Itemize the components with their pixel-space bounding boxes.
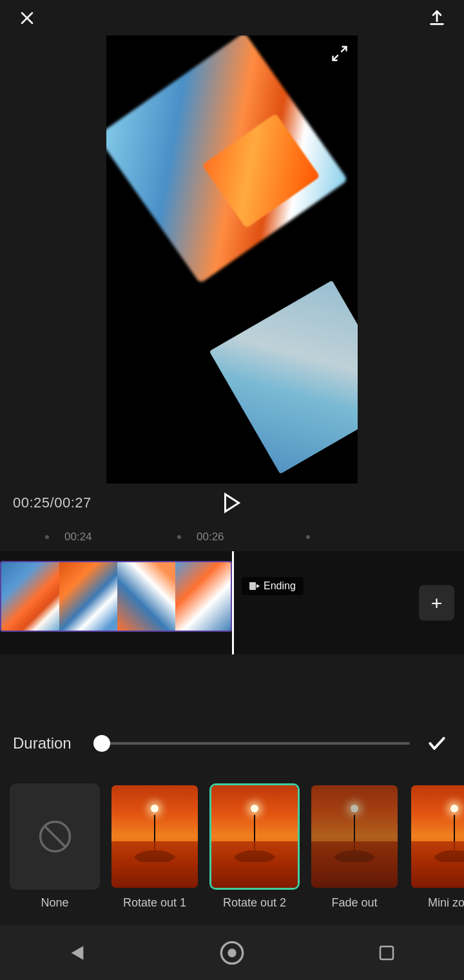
duration-label: Duration bbox=[13, 734, 84, 752]
svg-point-13 bbox=[227, 948, 236, 957]
scrubber-time-1: 00:24 bbox=[64, 531, 92, 544]
video-canvas bbox=[106, 35, 358, 484]
clip-art-1 bbox=[1, 562, 59, 631]
svg-rect-14 bbox=[380, 946, 393, 959]
duration-section: Duration bbox=[0, 719, 464, 767]
add-icon: + bbox=[431, 592, 443, 614]
water-bg-3 bbox=[311, 841, 398, 888]
water-bg-2 bbox=[211, 841, 298, 888]
svg-line-10 bbox=[44, 826, 65, 847]
effect-fade-out-thumb bbox=[309, 783, 400, 890]
home-nav-button[interactable] bbox=[215, 935, 250, 970]
close-button[interactable] bbox=[13, 4, 41, 32]
svg-line-4 bbox=[341, 47, 346, 52]
clip-art-2 bbox=[59, 562, 117, 631]
effect-none-label: None bbox=[41, 896, 68, 910]
clip-art-4 bbox=[175, 562, 232, 631]
clip-strip[interactable] bbox=[0, 561, 232, 632]
clip-frame-2 bbox=[59, 562, 117, 631]
water-bg bbox=[111, 841, 198, 888]
clip-art-3 bbox=[117, 562, 175, 631]
svg-line-5 bbox=[333, 55, 338, 60]
bottom-nav bbox=[0, 925, 464, 980]
svg-marker-8 bbox=[256, 584, 260, 588]
duration-slider[interactable] bbox=[97, 742, 410, 745]
video-preview bbox=[106, 35, 358, 484]
effect-rotate-out-1-label: Rotate out 1 bbox=[123, 896, 186, 910]
scrubber-time-2: 00:26 bbox=[197, 531, 224, 544]
effect-mini-zoom-thumb bbox=[409, 783, 464, 890]
svg-marker-6 bbox=[226, 495, 239, 512]
back-nav-button[interactable] bbox=[60, 935, 95, 970]
effect-rotate-out-1[interactable]: Rotate out 1 bbox=[110, 783, 200, 910]
water-bg-4 bbox=[411, 841, 464, 888]
sun-icon-3 bbox=[351, 805, 358, 812]
effects-strip: None Rotate out 1 Rotate out 2 bbox=[0, 767, 464, 925]
scrubber-dot-2 bbox=[177, 535, 181, 539]
effect-fade-out-label: Fade out bbox=[331, 896, 377, 910]
scrubber-dot-1 bbox=[45, 535, 49, 539]
slider-thumb[interactable] bbox=[93, 735, 110, 752]
add-clip-button[interactable]: + bbox=[419, 585, 454, 621]
effect-mini-zoom-label: Mini zoom bbox=[428, 896, 464, 910]
effect-rotate-out-2-label: Rotate out 2 bbox=[223, 896, 286, 910]
playhead bbox=[232, 551, 234, 654]
effect-none-thumb bbox=[10, 783, 100, 890]
effect-fade-out[interactable]: Fade out bbox=[309, 783, 400, 910]
export-button[interactable] bbox=[423, 4, 451, 32]
ending-label: Ending bbox=[264, 580, 296, 592]
play-button[interactable] bbox=[216, 487, 248, 519]
clip-area: Ending + bbox=[0, 551, 464, 654]
ending-badge: Ending bbox=[242, 577, 304, 595]
effect-mini-zoom[interactable]: Mini zoom bbox=[409, 783, 464, 910]
effect-rotate-out-2[interactable]: Rotate out 2 bbox=[209, 783, 300, 910]
clip-frame-3 bbox=[117, 562, 175, 631]
svg-marker-11 bbox=[72, 946, 84, 959]
svg-rect-7 bbox=[249, 582, 256, 590]
effect-rotate-out-2-thumb bbox=[209, 783, 300, 890]
square-nav-button[interactable] bbox=[369, 935, 405, 970]
sun-icon-4 bbox=[450, 805, 458, 812]
art-element-3 bbox=[209, 280, 358, 475]
sun-icon bbox=[151, 805, 159, 812]
effect-rotate-out-1-thumb bbox=[110, 783, 200, 890]
expand-button[interactable] bbox=[328, 42, 351, 65]
timeline-section: 00:25/00:27 bbox=[0, 484, 464, 522]
effect-none[interactable]: None bbox=[10, 783, 100, 910]
time-display: 00:25/00:27 bbox=[13, 495, 92, 511]
scrubber-dot-3 bbox=[306, 535, 310, 539]
scrubber-bar[interactable]: 00:24 00:26 bbox=[0, 522, 464, 551]
clip-frame-4 bbox=[175, 562, 232, 631]
top-bar bbox=[0, 0, 464, 35]
confirm-button[interactable] bbox=[423, 729, 451, 758]
sun-icon-2 bbox=[251, 805, 258, 812]
clip-frame-1 bbox=[1, 562, 59, 631]
